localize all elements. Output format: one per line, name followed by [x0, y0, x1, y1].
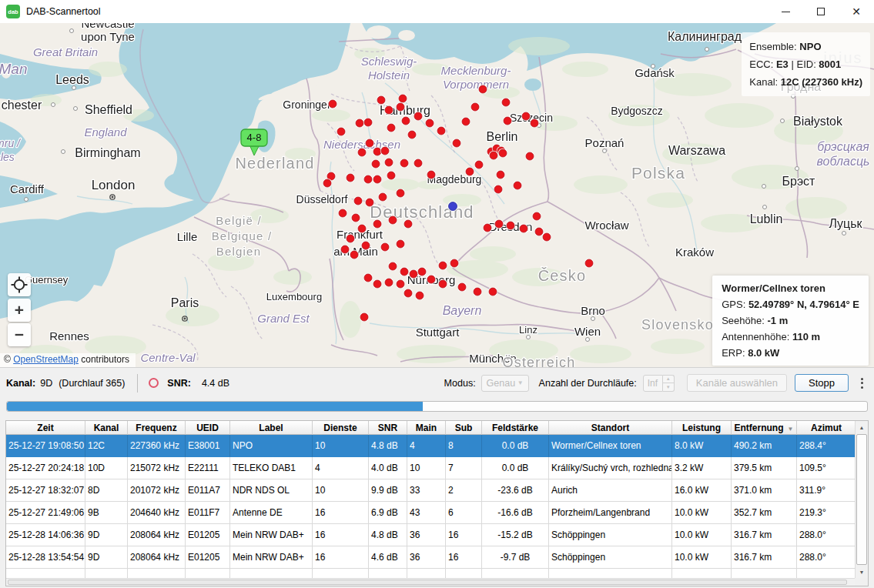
transmitter-dot[interactable]	[347, 235, 354, 242]
transmitter-dot[interactable]	[453, 139, 460, 147]
transmitter-dot[interactable]	[543, 233, 551, 241]
transmitter-dot[interactable]	[402, 117, 410, 125]
menu-dots-icon[interactable]	[861, 378, 863, 389]
transmitter-dot[interactable]	[490, 152, 497, 159]
transmitter-dot[interactable]	[387, 172, 395, 179]
transmitter-dot[interactable]	[535, 228, 543, 236]
table-cell[interactable]: 16	[446, 546, 482, 569]
transmitter-dot[interactable]	[450, 259, 458, 267]
table-cell[interactable]: 288.4°	[797, 435, 856, 457]
table-cell[interactable]: 16.0 kW	[672, 479, 732, 502]
table-cell[interactable]: 352.7 km	[732, 502, 797, 524]
table-cell[interactable]: 219.3°	[797, 502, 856, 524]
table-cell[interactable]: 208064 kHz	[128, 524, 186, 546]
table-cell[interactable]: -16.6 dB	[482, 502, 549, 524]
transmitter-dot[interactable]	[471, 103, 479, 111]
table-cell[interactable]: E22111	[186, 457, 230, 479]
transmitter-dot[interactable]	[507, 222, 514, 229]
table-cell[interactable]: E38001	[186, 435, 230, 457]
transmitter-dot[interactable]	[358, 149, 366, 156]
transmitter-dot[interactable]	[466, 168, 474, 175]
stop-button[interactable]: Stopp	[795, 374, 849, 392]
transmitter-dot[interactable]	[397, 280, 404, 288]
table-cell[interactable]: 288.0°	[797, 524, 856, 546]
table-cell[interactable]: 201072 kHz	[128, 479, 186, 502]
table-cell[interactable]: 9D	[85, 546, 128, 569]
table-cell[interactable]: 16	[313, 524, 369, 546]
transmitter-dot[interactable]	[437, 127, 445, 135]
transmitter-dot[interactable]	[414, 159, 422, 167]
table-row[interactable]: 25-12-28 13:54:549D208064 kHzE01205Mein …	[6, 546, 856, 569]
spin-up-icon[interactable]: ▲	[663, 375, 675, 383]
transmitter-dot[interactable]	[362, 242, 370, 249]
transmitter-dot[interactable]	[400, 159, 408, 167]
transmitter-dot[interactable]	[397, 103, 404, 111]
table-cell[interactable]: Mein NRW DAB+	[230, 546, 313, 569]
transmitter-dot[interactable]	[366, 199, 373, 206]
table-row[interactable]: 25-12-27 20:24:1810D215072 kHzE22111TELE…	[6, 457, 856, 479]
transmitter-dot[interactable]	[337, 128, 345, 135]
transmitter-dot[interactable]	[408, 131, 416, 139]
transmitter-dot[interactable]	[531, 119, 538, 127]
transmitter-dot[interactable]	[479, 85, 487, 93]
transmitter-dot[interactable]	[379, 193, 387, 201]
table-cell[interactable]: 10D	[85, 457, 128, 479]
table-cell[interactable]: Schöppingen	[549, 524, 672, 546]
column-header-label[interactable]: Label	[230, 421, 313, 435]
transmitter-dot[interactable]	[381, 243, 389, 251]
receiver-dot[interactable]	[449, 202, 457, 211]
table-cell[interactable]: 36	[407, 524, 446, 546]
column-header-entfernung[interactable]: Entfernung▼	[732, 421, 797, 435]
runs-spinner[interactable]: Inf ▲▼	[643, 375, 675, 392]
transmitter-dot[interactable]	[462, 118, 470, 125]
column-header-dienste[interactable]: Dienste	[313, 421, 369, 435]
column-header-frequenz[interactable]: Frequenz	[128, 421, 186, 435]
transmitter-dot[interactable]	[439, 280, 447, 288]
table-cell[interactable]: E011F7	[186, 502, 230, 524]
transmitter-dot[interactable]	[385, 279, 393, 286]
spin-down-icon[interactable]: ▼	[663, 383, 675, 392]
column-header-kanal[interactable]: Kanal	[85, 421, 128, 435]
table-cell[interactable]: Wormer/Cellnex toren	[549, 435, 672, 457]
transmitter-dot[interactable]	[404, 289, 412, 297]
table-row[interactable]: 25-12-28 14:06:369D208064 kHzE01205Mein …	[6, 524, 856, 546]
table-cell[interactable]: 215072 kHz	[128, 457, 186, 479]
zoom-out-button[interactable]: −	[8, 323, 31, 346]
column-header-feldstärke[interactable]: Feldstärke	[482, 421, 549, 435]
vertical-scroll-thumb[interactable]	[856, 434, 867, 565]
transmitter-dot[interactable]	[399, 95, 407, 102]
transmitter-dot[interactable]	[484, 224, 491, 232]
scroll-up-icon[interactable]: ▲	[856, 421, 868, 433]
transmitter-dot[interactable]	[504, 117, 511, 125]
table-cell[interactable]: 10	[407, 457, 446, 479]
transmitter-dot[interactable]	[397, 189, 404, 197]
transmitter-dot[interactable]	[458, 283, 466, 291]
transmitter-dot[interactable]	[339, 209, 347, 217]
table-cell[interactable]: 6.9 dB	[369, 502, 407, 524]
table-cell[interactable]: 10	[313, 435, 369, 457]
column-header-standort[interactable]: Standort	[549, 421, 672, 435]
table-cell[interactable]: Antenne DE	[230, 502, 313, 524]
table-cell[interactable]: 10.0 kW	[672, 546, 732, 569]
transmitter-dot[interactable]	[397, 240, 404, 248]
transmitter-dot[interactable]	[329, 100, 337, 108]
transmitter-dot[interactable]	[323, 179, 331, 187]
transmitter-dot[interactable]	[410, 270, 417, 278]
transmitter-dot[interactable]	[389, 216, 397, 224]
table-cell[interactable]: 25-12-27 18:32:07	[6, 479, 85, 502]
transmitter-dot[interactable]	[502, 99, 510, 106]
table-cell[interactable]: 204640 kHz	[128, 502, 186, 524]
table-cell[interactable]: 227360 kHz	[128, 435, 186, 457]
table-row[interactable]: 25-12-27 18:32:078D201072 kHzE011A7NDR N…	[6, 479, 856, 502]
table-cell[interactable]: 4	[313, 457, 369, 479]
table-cell[interactable]: 43	[407, 502, 446, 524]
table-cell[interactable]: 4.6 dB	[369, 546, 407, 569]
table-cell[interactable]: 371.0 km	[732, 479, 797, 502]
maximize-button[interactable]	[803, 0, 839, 23]
column-header-ueid[interactable]: UEID	[186, 421, 230, 435]
table-cell[interactable]: 0.0 dB	[482, 435, 549, 457]
transmitter-dot[interactable]	[418, 268, 426, 276]
transmitter-dot[interactable]	[427, 276, 435, 283]
table-cell[interactable]: 2	[446, 479, 482, 502]
table-row[interactable]: 25-12-27 19:08:5012C227360 kHzE38001NPO1…	[6, 435, 856, 457]
